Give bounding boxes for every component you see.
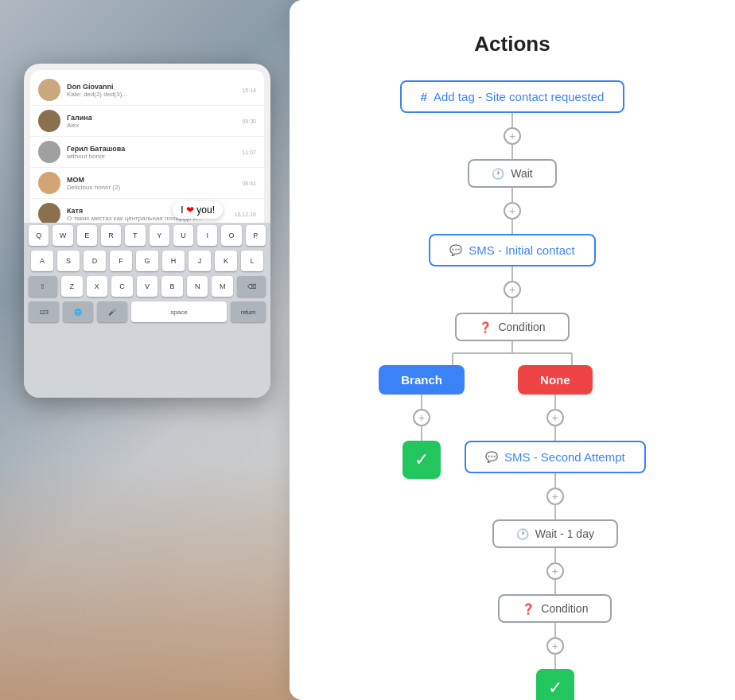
branch-button[interactable]: Branch	[379, 365, 465, 395]
key-backspace[interactable]: ⌫	[237, 276, 266, 297]
sms2-label: SMS - Second Attempt	[504, 450, 625, 464]
chat-time: 11:07	[242, 150, 256, 155]
wait-box[interactable]: 🕐 Wait	[468, 159, 556, 188]
key-v[interactable]: V	[137, 276, 158, 297]
key-w[interactable]: W	[52, 225, 72, 246]
v-line	[554, 473, 556, 488]
condition-label: Condition	[498, 321, 545, 333]
add-tag-label: Add tag - Site contact requested	[434, 90, 604, 103]
sms-box-2[interactable]: 💬 SMS - Second Attempt	[465, 441, 646, 473]
list-item: Don Giovanni Kate: ded(2) ded(3)... 15:1…	[30, 75, 264, 106]
key-d[interactable]: D	[84, 251, 106, 271]
keyboard-row: 123 🌐 🎤 space return	[24, 299, 270, 325]
key-mic[interactable]: 🎤	[97, 301, 127, 322]
key-n[interactable]: N	[187, 276, 208, 297]
sms-node-1[interactable]: 💬 SMS - Initial contact	[429, 234, 595, 266]
add-step-button[interactable]: +	[546, 488, 564, 505]
key-m[interactable]: M	[212, 276, 233, 297]
keyboard-row: ⇧ Z X C V B N M ⌫	[24, 274, 270, 299]
key-c[interactable]: C	[111, 276, 133, 297]
add-step-button[interactable]: +	[546, 637, 564, 655]
key-z[interactable]: Z	[61, 276, 83, 297]
key-shift[interactable]: ⇧	[29, 276, 57, 297]
condition2-label: Condition	[541, 602, 588, 615]
key-globe[interactable]: 🌐	[63, 301, 93, 322]
add-step-button[interactable]: +	[504, 127, 521, 145]
add-step-button[interactable]: +	[546, 562, 564, 580]
add-tag-node[interactable]: # Add tag - Site contact requested	[400, 80, 625, 113]
key-space[interactable]: space	[131, 301, 227, 322]
key-k[interactable]: K	[215, 251, 237, 271]
question-icon: ❓	[522, 603, 535, 615]
key-o[interactable]: O	[221, 225, 241, 246]
branch-label: Branch	[401, 373, 442, 387]
key-t[interactable]: T	[125, 225, 145, 246]
key-x[interactable]: X	[87, 276, 108, 297]
key-y[interactable]: Y	[150, 225, 169, 246]
v-line	[511, 220, 513, 234]
key-h[interactable]: H	[162, 251, 185, 271]
key-j[interactable]: J	[189, 251, 211, 271]
key-s[interactable]: S	[57, 251, 80, 271]
none-button[interactable]: None	[518, 365, 593, 395]
key-r[interactable]: R	[101, 225, 121, 246]
background-photo: Don Giovanni Kate: ded(2) ded(3)... 15:1…	[0, 0, 310, 700]
v-line	[511, 298, 513, 313]
condition-box-2[interactable]: ❓ Condition	[498, 594, 612, 623]
avatar	[38, 79, 60, 101]
avatar	[38, 141, 60, 163]
avatar	[38, 172, 60, 194]
v-line	[421, 426, 422, 441]
chat-icon: 💬	[449, 244, 462, 256]
key-f[interactable]: F	[110, 251, 132, 271]
none-label: None	[540, 373, 570, 387]
key-a[interactable]: A	[31, 251, 53, 271]
keyboard-row: A S D F G H J K L	[24, 248, 270, 274]
chat-time: 08:41	[242, 181, 256, 186]
v-line	[554, 655, 556, 669]
branch-section: Branch + ✓ None	[305, 341, 719, 700]
avatar	[38, 203, 60, 225]
add-step-button[interactable]: +	[504, 281, 521, 298]
add-tag-box[interactable]: # Add tag - Site contact requested	[400, 80, 625, 113]
list-item: Герил Баташова without honor 11:07	[30, 137, 264, 168]
chat-name: Галина	[67, 114, 235, 122]
connector-4: +	[546, 473, 564, 519]
chat-time: 09:30	[242, 119, 256, 124]
v-line	[554, 580, 556, 594]
checkmark-icon: ✓	[414, 449, 429, 470]
wait-box-2[interactable]: 🕐 Wait - 1 day	[492, 519, 618, 548]
end-node-left: ✓	[402, 441, 441, 479]
keyboard: Q W E R T Y U I O P A S D F G H J K L	[24, 223, 270, 398]
wait-node-1[interactable]: 🕐 Wait	[468, 159, 556, 188]
sms-box[interactable]: 💬 SMS - Initial contact	[429, 234, 595, 266]
key-return[interactable]: return	[231, 301, 266, 322]
keyboard-row: Q W E R T Y U I O P	[24, 223, 270, 248]
v-line	[511, 145, 513, 159]
connector-1: +	[504, 113, 521, 159]
add-step-button[interactable]: +	[504, 202, 521, 220]
branch-column: Branch + ✓	[379, 365, 465, 479]
key-i[interactable]: I	[197, 225, 217, 246]
condition-box[interactable]: ❓ Condition	[455, 313, 569, 341]
chat-name: MOM	[67, 176, 235, 184]
key-p[interactable]: P	[246, 225, 266, 246]
chat-time: 16.12.16	[235, 212, 256, 217]
connector-3: +	[504, 266, 521, 313]
clock-icon: 🕐	[516, 528, 529, 540]
key-l[interactable]: L	[241, 251, 263, 271]
branch-row: Branch + ✓ None	[393, 365, 632, 700]
key-numbers[interactable]: 123	[29, 301, 59, 322]
v-line	[554, 395, 556, 409]
condition-node-1[interactable]: ❓ Condition	[455, 313, 569, 341]
key-b[interactable]: B	[161, 276, 183, 297]
wait-label: Wait	[511, 167, 532, 180]
chat-preview: Alex	[67, 122, 235, 129]
key-q[interactable]: Q	[29, 225, 49, 246]
key-g[interactable]: G	[136, 251, 158, 271]
key-u[interactable]: U	[173, 225, 193, 246]
none-column: None + 💬 SMS - Second Attempt	[465, 365, 646, 700]
add-step-button[interactable]: +	[413, 409, 430, 426]
key-e[interactable]: E	[77, 225, 97, 246]
add-step-button[interactable]: +	[546, 409, 564, 426]
